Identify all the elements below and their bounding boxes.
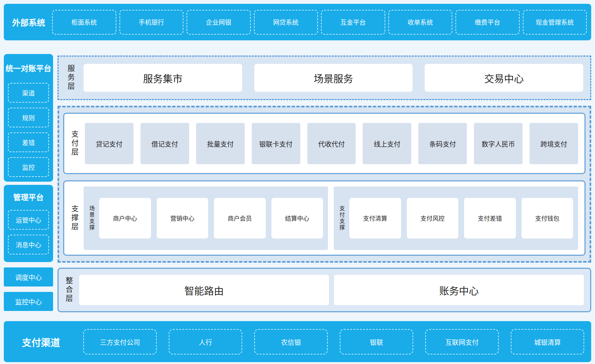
node-payment-clearing: 支付清算 <box>349 198 401 239</box>
node-online-payment: 线上支付 <box>363 123 411 164</box>
service-layer-band: 服务层 服务集市 场景服务 交易中心 <box>58 56 591 100</box>
node-accounting-center: 账务中心 <box>334 275 584 305</box>
payment-channels-title: 支付渠道 <box>11 335 71 349</box>
node-discrepancy: 差错 <box>8 132 49 152</box>
payment-layer-box: 支付层 贷记支付 借记支付 批量支付 银联卡支付 代收代付 线上支付 条码支付 … <box>63 113 585 174</box>
node-rules: 规则 <box>8 108 49 127</box>
integration-layer-box: 整合层 智能路由 账务中心 <box>58 268 591 312</box>
node-unionpay-card-payment: 银联卡支付 <box>252 123 300 164</box>
reconciliation-items: 渠道 规则 差错 监控 <box>4 73 53 177</box>
node-message-center: 消息中心 <box>8 235 49 254</box>
management-platform-block: 管理平台 运管中心 消息中心 <box>4 185 53 262</box>
support-layer-label: 支撑层 <box>71 205 78 232</box>
node-payment-risk-control: 支付风控 <box>407 198 459 239</box>
node-barcode-payment: 条码支付 <box>418 123 467 164</box>
node-operation-center: 运管中心 <box>8 210 49 230</box>
node-credit-payment: 贷记支付 <box>85 123 133 164</box>
node-service-market: 服务集市 <box>84 64 242 92</box>
payment-support-container: 支付层 贷记支付 借记支付 批量支付 银联卡支付 代收代付 线上支付 条码支付 … <box>58 106 591 263</box>
scenario-support-label: 场景支撑 <box>89 206 94 231</box>
node-settlement-center: 结算中心 <box>271 198 323 239</box>
main-column: 服务层 服务集市 场景服务 交易中心 支付层 贷记支付 借记支付 批量支付 银联… <box>58 0 591 364</box>
node-pboc: 人行 <box>169 329 242 354</box>
reconciliation-platform-title: 统一对账平台 <box>4 54 53 73</box>
management-items: 运管中心 消息中心 <box>4 202 53 254</box>
node-merchant-center: 商户中心 <box>99 198 151 239</box>
node-monitor-center: 监控中心 <box>4 292 53 311</box>
node-unionpay: 银联 <box>340 329 413 354</box>
node-smart-routing: 智能路由 <box>79 275 329 305</box>
node-channel: 渠道 <box>8 83 49 103</box>
management-platform-title: 管理平台 <box>4 185 53 202</box>
architecture-diagram: 外部系统 柜面系统 手机银行 企业网银 网贷系统 互金平台 收单系统 缴费平台 … <box>0 0 595 364</box>
node-internet-payment: 互联网支付 <box>425 329 499 354</box>
scenario-support-group: 场景支撑 商户中心 营销中心 商户会员 结算中心 <box>84 186 328 250</box>
external-systems-title: 外部系统 <box>8 16 49 28</box>
node-debit-payment: 借记支付 <box>140 123 189 164</box>
node-monitoring: 监控 <box>8 157 49 177</box>
node-marketing-center: 营销中心 <box>157 198 209 239</box>
payment-support-label: 支付支撑 <box>339 206 344 231</box>
node-batch-payment: 批量支付 <box>196 123 245 164</box>
node-rural-credit-bank: 农信银 <box>254 329 328 354</box>
service-layer-label: 服务层 <box>67 64 74 91</box>
payment-support-group: 支付支撑 支付清算 支付风控 支付差错 支付钱包 <box>334 186 578 250</box>
node-transaction-center: 交易中心 <box>425 64 583 92</box>
node-third-party-payment-company: 三方支付公司 <box>83 329 157 354</box>
node-payment-wallet: 支付钱包 <box>522 198 573 239</box>
payment-layer-label: 支付层 <box>71 130 78 157</box>
support-layer-box: 支撑层 场景支撑 商户中心 营销中心 商户会员 结算中心 支付支撑 支付清算 支… <box>63 180 585 256</box>
node-scenario-service: 场景服务 <box>254 64 413 92</box>
node-cross-border-payment: 跨境支付 <box>530 123 578 164</box>
node-city-bank-clearing: 城银清算 <box>511 329 584 354</box>
reconciliation-platform-block: 统一对账平台 渠道 规则 差错 监控 <box>4 54 53 182</box>
node-payment-discrepancy: 支付差错 <box>464 198 516 239</box>
node-dispatch-center: 调度中心 <box>4 267 53 286</box>
node-merchant-member: 商户会员 <box>214 198 266 239</box>
node-digital-rmb: 数字人民币 <box>474 123 523 164</box>
payment-channels-bar: 支付渠道 三方支付公司 人行 农信银 银联 互联网支付 城银清算 <box>4 321 591 362</box>
integration-layer-label: 整合层 <box>65 277 72 303</box>
node-collection-payment: 代收代付 <box>307 123 356 164</box>
